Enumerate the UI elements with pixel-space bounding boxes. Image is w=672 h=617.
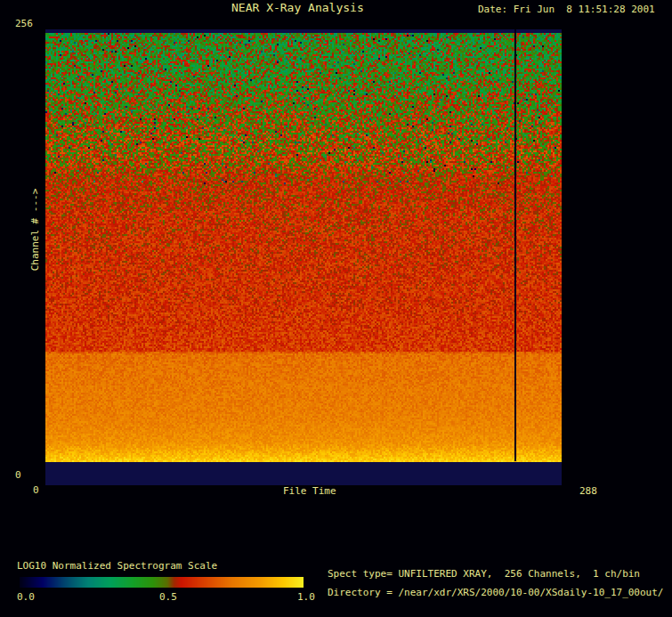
- directory-info: Directory = /near/xdr/XRS/2000/10-00/XSd…: [328, 588, 664, 598]
- x-axis-min-label: 0: [33, 485, 39, 496]
- y-axis-min-label: 0: [15, 470, 21, 481]
- spect-type-info: Spect type= UNFILTERED XRAY, 256 Channel…: [328, 569, 640, 580]
- spectrogram-canvas[interactable]: [45, 29, 562, 485]
- x-axis-max-label: 288: [579, 486, 597, 497]
- colorbar-tick-max: 1.0: [297, 592, 315, 603]
- colorbar-title: LOG10 Normalized Spectrogram Scale: [17, 561, 217, 572]
- near-xray-analysis-window: NEAR X-Ray Analysis Date: Fri Jun 8 11:5…: [0, 0, 672, 617]
- y-axis-title: Channel # --->: [29, 189, 41, 272]
- colorbar-canvas: [20, 577, 304, 588]
- colorbar-tick-mid: 0.5: [159, 592, 177, 603]
- x-axis-title: File Time: [283, 486, 336, 497]
- y-axis-max-label: 256: [15, 19, 33, 29]
- page-title: NEAR X-Ray Analysis: [231, 3, 364, 13]
- date-label: Date: Fri Jun 8 11:51:28 2001: [478, 4, 655, 15]
- colorbar-tick-min: 0.0: [17, 592, 35, 603]
